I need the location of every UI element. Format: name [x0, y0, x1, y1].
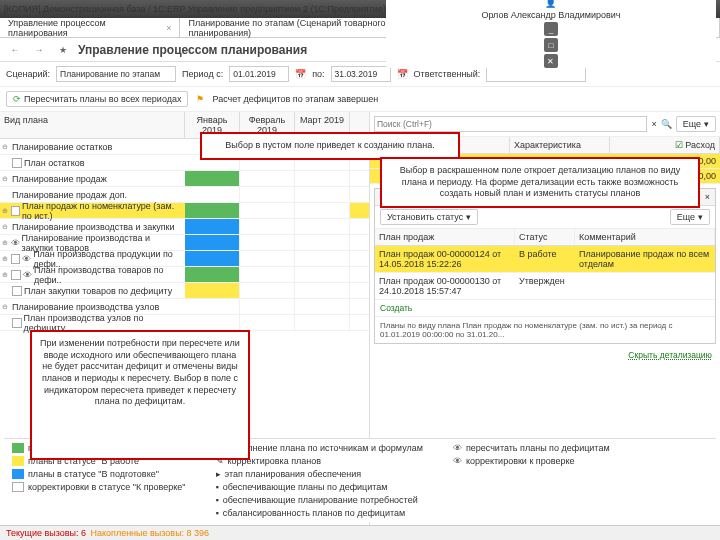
accumulated-calls: Накопленные вызовы: 8 396 — [90, 528, 209, 538]
resp-label: Ответственный: — [414, 69, 481, 79]
maximize-icon[interactable]: □ — [544, 38, 558, 52]
search-input[interactable] — [374, 116, 647, 132]
plans-list-panel: Список планов× Установить статус ▾ Еще ▾… — [374, 188, 716, 344]
grid-row[interactable]: План производства узлов по дефициту — [0, 315, 369, 331]
plan-row-1[interactable]: План продаж 00-00000130 от 24.10.2018 15… — [375, 273, 715, 300]
stage-icon: ▸ — [216, 469, 221, 479]
status-text: Расчет дефицитов по этапам завершен — [212, 94, 378, 104]
page-title: Управление процессом планирования — [78, 43, 307, 57]
search-icon[interactable]: 🔍 — [661, 119, 672, 129]
window-titlebar: [КОПИЯ] Демонстрационная база / 1С:ERP У… — [0, 0, 720, 18]
scenario-input[interactable] — [56, 66, 176, 82]
col-comment[interactable]: Комментарий — [575, 229, 715, 245]
refresh-icon: ⟳ — [13, 94, 21, 104]
balance-icon: ▪ — [216, 508, 219, 518]
minimize-icon[interactable]: _ — [544, 22, 558, 36]
create-link[interactable]: Создать — [375, 300, 715, 316]
panel-footer: Планы по виду плана План продаж по номен… — [375, 316, 715, 343]
status-bar: Текущие вызовы: 6 Накопленные вызовы: 8 … — [0, 525, 720, 540]
eye-icon: 👁 — [453, 443, 462, 453]
col-status[interactable]: Статус — [515, 229, 575, 245]
grid-row[interactable]: ⊖ Планирование продаж — [0, 171, 369, 187]
callout-colored-field: Выбор в раскрашенном поле откроет детали… — [380, 157, 700, 208]
recalc-button[interactable]: ⟳Пересчитать планы во всех периодах — [6, 91, 188, 107]
period-label: Период с: — [182, 69, 223, 79]
hide-detail-link[interactable]: Скрыть детализацию — [370, 348, 720, 362]
col-plan-type[interactable]: Вид плана — [0, 112, 185, 138]
user-icon: 👤 — [545, 0, 556, 8]
tab-0[interactable]: Управление процессом планирования× — [0, 18, 180, 37]
period-from-input[interactable] — [229, 66, 289, 82]
needs-icon: ▪ — [216, 495, 219, 505]
to-label: по: — [312, 69, 324, 79]
current-calls: Текущие вызовы: 6 — [6, 528, 86, 538]
calendar-icon[interactable]: 📅 — [295, 69, 306, 79]
col-expense: ☑ Расход — [610, 137, 720, 153]
legend-swatch — [12, 443, 24, 453]
responsible-input[interactable] — [486, 66, 586, 82]
plan-row-0[interactable]: План продаж 00-00000124 от 14.05.2018 15… — [375, 246, 715, 273]
legend-swatch — [12, 482, 24, 492]
grid-row[interactable]: ⊕ План продаж по номенклатуре (зам. по и… — [0, 203, 369, 219]
col-characteristic[interactable]: Характеристика — [510, 137, 610, 153]
forward-icon[interactable]: → — [30, 41, 48, 59]
flag-icon: ⚑ — [196, 94, 204, 104]
grid-row[interactable]: План закупки товаров по дефициту — [0, 283, 369, 299]
close-tab-icon: × — [166, 23, 171, 33]
clear-icon[interactable]: × — [651, 119, 656, 129]
star-icon[interactable]: ★ — [54, 41, 72, 59]
deficit-icon: ▪ — [216, 482, 219, 492]
period-to-input[interactable] — [331, 66, 391, 82]
more-button[interactable]: Еще ▾ — [676, 116, 716, 132]
legend-swatch — [12, 469, 24, 479]
back-icon[interactable]: ← — [6, 41, 24, 59]
eye-dark-icon: 👁 — [453, 456, 462, 466]
scenario-label: Сценарий: — [6, 69, 50, 79]
callout-empty-field: Выбор в пустом поле приведет к созданию … — [200, 132, 460, 160]
grid-row[interactable]: ⊕👁 План производства товаров по дефи.. — [0, 267, 369, 283]
close-panel-icon[interactable]: × — [705, 192, 710, 202]
callout-recalc: При изменении потребности при пересчете … — [30, 330, 250, 460]
calendar-icon[interactable]: 📅 — [397, 69, 408, 79]
col-plan[interactable]: План продаж — [375, 229, 515, 245]
action-bar: ⟳Пересчитать планы во всех периодах ⚑ Ра… — [0, 87, 720, 112]
legend-swatch — [12, 456, 24, 466]
user-name: Орлов Александр Владимирович — [481, 10, 620, 20]
set-status-button[interactable]: Установить статус ▾ — [380, 209, 478, 225]
titlebar-right: M M+ M- 👤 Орлов Александр Владимирович _… — [386, 0, 716, 68]
close-icon[interactable]: ✕ — [544, 54, 558, 68]
window-title: [КОПИЯ] Демонстрационная база / 1С:ERP У… — [4, 4, 386, 14]
more-button-2[interactable]: Еще ▾ — [670, 209, 710, 225]
